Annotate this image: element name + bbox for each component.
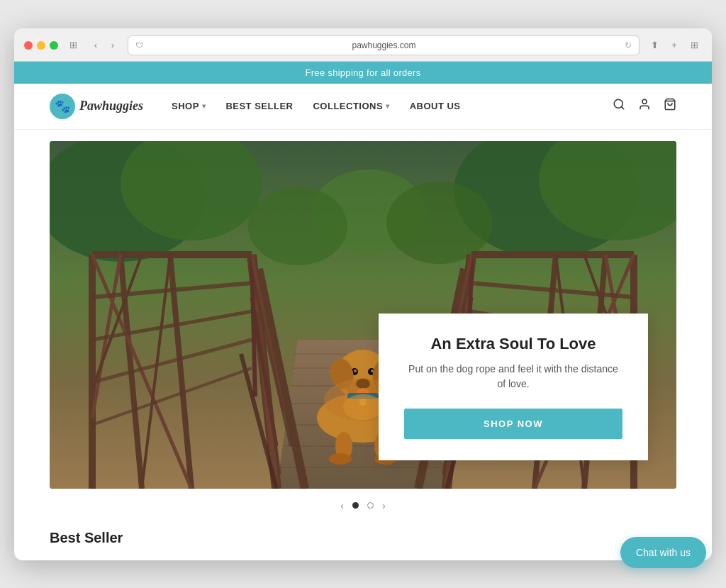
chat-button[interactable]: Chat with us (620, 537, 706, 568)
browser-actions: ⬆ + ⊞ (647, 38, 702, 53)
cart-icon[interactable] (664, 98, 676, 114)
hero-card: An Extra Soul To Love Put on the dog rop… (379, 314, 648, 460)
reload-icon[interactable]: ↻ (625, 40, 632, 50)
svg-point-2 (642, 99, 647, 104)
hero-card-subtitle: Put on the dog rope and feel it with the… (404, 362, 622, 392)
forward-button[interactable]: › (105, 38, 121, 53)
traffic-lights (24, 41, 58, 50)
url-text: pawhuggies.com (147, 40, 620, 50)
back-button[interactable]: ‹ (88, 38, 104, 53)
search-icon[interactable] (613, 98, 625, 114)
best-seller-heading: Best Seller (14, 523, 712, 560)
tabs-button[interactable]: ⊞ (686, 38, 702, 53)
carousel-prev-button[interactable]: ‹ (340, 500, 344, 511)
carousel-controls: ‹ › (50, 489, 676, 523)
carousel-next-button[interactable]: › (382, 500, 386, 511)
logo-icon: 🐾 (50, 94, 75, 119)
site-header: 🐾 Pawhuggies SHOP ▾ BEST SELLER COLLECTI… (14, 84, 712, 130)
shop-now-button[interactable]: SHOP NOW (404, 409, 622, 439)
svg-point-10 (248, 187, 347, 265)
browser-window: ⊞ ‹ › 🛡 pawhuggies.com ↻ ⬆ + ⊞ Free ship… (14, 28, 712, 560)
share-button[interactable]: ⬆ (647, 38, 662, 53)
logo-text: Pawhuggies (79, 99, 143, 113)
nav-item-about-us[interactable]: ABOUT US (410, 101, 461, 111)
announcement-bar: Free shipping for all orders (14, 62, 712, 84)
header-icons (613, 98, 676, 114)
sidebar-toggle-button[interactable]: ⊞ (65, 38, 81, 53)
carousel-dot-2[interactable] (367, 502, 374, 509)
logo[interactable]: 🐾 Pawhuggies (50, 94, 143, 119)
account-icon[interactable] (638, 98, 651, 114)
svg-point-80 (329, 453, 352, 465)
minimize-button[interactable] (37, 41, 45, 50)
carousel-dot-1[interactable] (352, 502, 359, 509)
hero-image: An Extra Soul To Love Put on the dog rop… (50, 141, 676, 489)
hero-container: An Extra Soul To Love Put on the dog rop… (50, 141, 676, 523)
main-nav: SHOP ▾ BEST SELLER COLLECTIONS ▾ ABOUT U… (172, 101, 613, 111)
close-button[interactable] (24, 41, 33, 50)
nav-item-collections[interactable]: COLLECTIONS ▾ (313, 101, 389, 111)
chevron-down-icon: ▾ (386, 102, 390, 110)
nav-item-best-seller[interactable]: BEST SELLER (225, 101, 293, 111)
address-bar-area: 🛡 pawhuggies.com ↻ (128, 35, 640, 55)
maximize-button[interactable] (50, 41, 58, 50)
announcement-text: Free shipping for all orders (305, 67, 420, 78)
svg-point-72 (354, 370, 357, 372)
svg-line-1 (621, 106, 623, 109)
chevron-down-icon: ▾ (202, 102, 206, 110)
address-bar[interactable]: 🛡 pawhuggies.com ↻ (128, 35, 640, 55)
security-icon: 🛡 (135, 41, 143, 50)
nav-item-shop[interactable]: SHOP ▾ (172, 101, 206, 111)
new-tab-button[interactable]: + (666, 38, 682, 53)
browser-chrome: ⊞ ‹ › 🛡 pawhuggies.com ↻ ⬆ + ⊞ (14, 28, 712, 62)
svg-point-84 (343, 394, 383, 420)
hero-card-title: An Extra Soul To Love (404, 335, 622, 353)
